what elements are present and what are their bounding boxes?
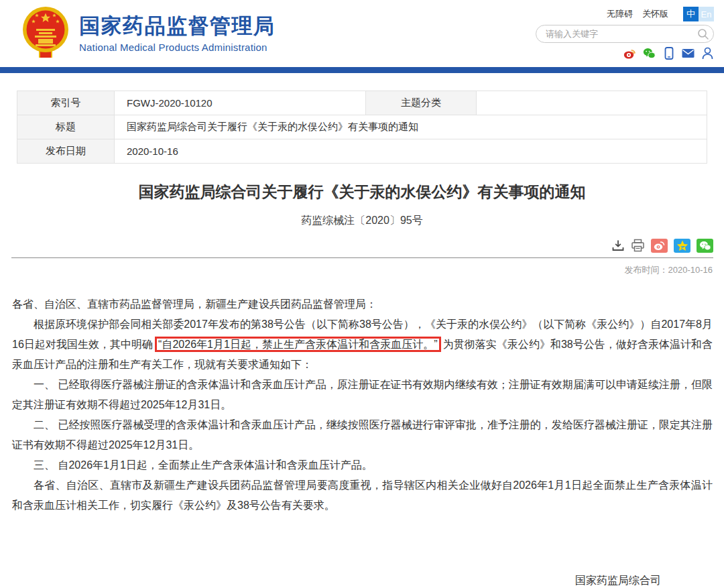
download-icon <box>611 239 625 252</box>
item-3: 三、 自2026年1月1日起，全面禁止生产含汞体温计和含汞血压计产品。 <box>12 455 713 475</box>
article-tools <box>0 238 713 253</box>
header-social-icons <box>623 47 714 60</box>
national-emblem-icon <box>22 7 69 60</box>
site-titles: 国家药品监督管理局 National Medical Products Admi… <box>79 14 276 53</box>
table-row: 标题 国家药监局综合司关于履行《关于汞的水俣公约》有关事项的通知 <box>17 115 707 139</box>
article-title: 国家药监局综合司关于履行《关于汞的水俣公约》有关事项的通知 <box>0 182 724 202</box>
signature-block: 国家药监局综合司 2020年10月14日 <box>575 569 661 588</box>
print-icon <box>631 239 645 252</box>
index-value: FGWJ-2020-10120 <box>115 91 366 115</box>
highlighted-clause: “自2026年1月1日起，禁止生产含汞体温计和含汞血压计。” <box>155 337 441 352</box>
topic-label: 主题分类 <box>366 91 477 115</box>
top-utility-links: 无障碍 关怀版 中 En <box>597 7 714 21</box>
site-title-zh: 国家药品监督管理局 <box>79 14 276 38</box>
paragraph-background: 根据原环境保护部会同相关部委2017年发布的第38号公告（以下简称38号公告），… <box>12 314 713 375</box>
salutation: 各省、自治区、直辖市药品监督管理局，新疆生产建设兵团药品监督管理局： <box>12 294 713 314</box>
table-row: 发布日期 2020-10-16 <box>17 139 707 164</box>
topic-value <box>477 91 707 115</box>
print-button[interactable] <box>631 239 645 252</box>
document-body: 各省、自治区、直辖市药品监督管理局，新疆生产建设兵团药品监督管理局： 根据原环境… <box>12 294 713 516</box>
share-qzone-button[interactable] <box>674 239 690 253</box>
share-weibo-icon <box>654 241 665 251</box>
document-meta-table: 索引号 FGWJ-2020-10120 主题分类 标题 国家药监局综合司关于履行… <box>17 91 707 164</box>
share-qzone-icon <box>676 240 688 251</box>
header-rule <box>11 257 713 258</box>
publish-time: 发布时间：2020-10-16 <box>0 264 713 276</box>
item-2: 二、 已经按照医疗器械受理的含汞体温计和含汞血压计产品，继续按照医疗器械进行审评… <box>12 415 713 455</box>
document-number: 药监综械注〔2020〕95号 <box>0 214 724 228</box>
pubdate-label: 发布日期 <box>17 139 115 164</box>
language-switch: 中 En <box>683 7 714 21</box>
search-input[interactable] <box>536 29 693 39</box>
item-1: 一、 已经取得医疗器械注册证的含汞体温计和含汞血压计产品，原注册证在证书有效期内… <box>12 375 713 415</box>
weibo-icon[interactable] <box>623 47 636 60</box>
site-search <box>536 25 714 43</box>
index-label: 索引号 <box>17 91 115 115</box>
lang-en-button[interactable]: En <box>699 7 714 21</box>
mail-icon[interactable] <box>682 47 695 60</box>
site-header: 国家药品监督管理局 National Medical Products Admi… <box>0 0 724 67</box>
search-button[interactable] <box>693 25 713 42</box>
share-weibo-button[interactable] <box>651 239 668 253</box>
site-title-en: National Medical Products Administration <box>79 42 276 53</box>
download-button[interactable] <box>611 239 625 252</box>
lang-zh-button[interactable]: 中 <box>683 7 699 21</box>
pubdate-value: 2020-10-16 <box>115 139 707 164</box>
title-value: 国家药监局综合司关于履行《关于汞的水俣公约》有关事项的通知 <box>115 115 707 139</box>
accessibility-link[interactable]: 无障碍 <box>607 8 633 20</box>
share-wechat-icon <box>699 241 711 251</box>
page: { "colors": { "brand_blue": "#2154a5", "… <box>0 0 724 588</box>
mobile-icon[interactable] <box>662 47 675 60</box>
share-wechat-button[interactable] <box>697 239 713 253</box>
user-icon[interactable] <box>701 47 714 60</box>
header-divider-bar <box>0 67 724 73</box>
title-label: 标题 <box>17 115 115 139</box>
closing-paragraph: 各省、自治区、直辖市及新疆生产建设兵团药品监督管理局要高度重视，指导辖区内相关企… <box>12 475 713 516</box>
care-version-link[interactable]: 关怀版 <box>642 8 668 20</box>
search-icon <box>697 28 709 40</box>
table-row: 索引号 FGWJ-2020-10120 主题分类 <box>17 91 707 115</box>
site-logo[interactable]: 国家药品监督管理局 National Medical Products Admi… <box>22 7 276 60</box>
signature-org: 国家药监局综合司 <box>575 569 661 588</box>
wechat-icon[interactable] <box>643 47 656 60</box>
